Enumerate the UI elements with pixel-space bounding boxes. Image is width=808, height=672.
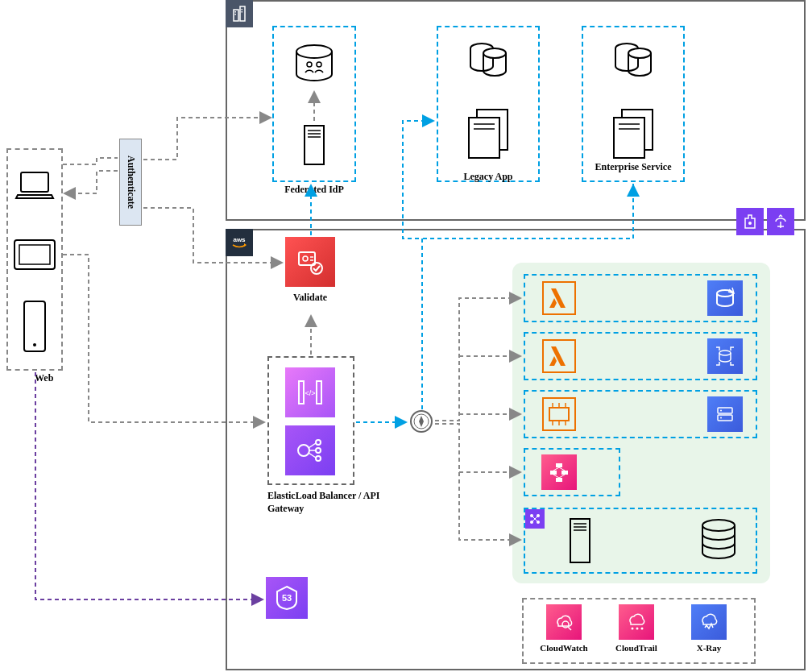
svg-point-32 bbox=[303, 256, 308, 261]
svg-line-71 bbox=[553, 475, 559, 478]
svg-rect-79 bbox=[570, 519, 590, 562]
api-gateway-icon: </> bbox=[285, 367, 335, 417]
elb-icon bbox=[285, 425, 335, 475]
svg-rect-54 bbox=[549, 408, 569, 421]
building-icon bbox=[226, 0, 253, 27]
legacy-app-label: Legacy App bbox=[437, 171, 540, 183]
svg-rect-6 bbox=[240, 6, 245, 21]
ec2-icon bbox=[541, 396, 577, 432]
lambda-icon-2 bbox=[541, 338, 577, 374]
svg-rect-61 bbox=[718, 408, 732, 413]
svg-line-69 bbox=[553, 467, 559, 471]
svg-line-70 bbox=[559, 467, 565, 471]
svg-point-87 bbox=[562, 621, 569, 628]
svg-point-63 bbox=[720, 410, 722, 412]
security-icon-1 bbox=[736, 208, 764, 235]
federated-idp-label: Federated IdP bbox=[272, 184, 356, 196]
route53-icon: 53 bbox=[266, 577, 308, 619]
iam-validate-icon bbox=[285, 237, 335, 287]
web-label: Web bbox=[35, 372, 53, 384]
svg-rect-36 bbox=[299, 381, 304, 404]
svg-rect-10 bbox=[242, 11, 243, 13]
svg-line-88 bbox=[568, 627, 571, 630]
svg-rect-65 bbox=[556, 463, 562, 467]
svg-rect-62 bbox=[718, 415, 732, 421]
svg-rect-8 bbox=[235, 14, 237, 15]
rds-icon bbox=[707, 338, 743, 374]
generic-db-icon bbox=[698, 516, 740, 562]
laptop-icon bbox=[15, 169, 55, 201]
svg-rect-67 bbox=[561, 471, 568, 475]
enterprise-db-icon bbox=[612, 39, 654, 81]
validate-label: Validate bbox=[274, 292, 346, 304]
authenticate-label: Authenticate bbox=[120, 145, 141, 219]
svg-point-35 bbox=[311, 263, 322, 274]
cloudwatch-icon bbox=[546, 604, 582, 640]
svg-point-40 bbox=[316, 440, 321, 445]
elb-gateway-label: ElasticLoad Balancer / API Gateway bbox=[267, 490, 396, 515]
lambda-icon-1 bbox=[541, 280, 577, 316]
svg-point-91 bbox=[641, 628, 644, 630]
svg-rect-7 bbox=[235, 11, 237, 13]
svg-rect-9 bbox=[242, 9, 243, 10]
svg-point-83 bbox=[702, 520, 735, 531]
svg-text:aws: aws bbox=[233, 236, 246, 243]
svg-point-42 bbox=[316, 456, 321, 461]
svg-text:53: 53 bbox=[282, 593, 292, 603]
phone-icon bbox=[21, 298, 48, 355]
security-icon-2 bbox=[767, 208, 794, 235]
svg-point-13 bbox=[317, 62, 321, 67]
xray-icon bbox=[691, 604, 727, 640]
legacy-servers-icon bbox=[462, 105, 514, 161]
svg-rect-14 bbox=[305, 126, 324, 164]
svg-rect-37 bbox=[317, 381, 321, 404]
dynamodb-icon bbox=[707, 280, 743, 316]
cloudtrail-icon bbox=[619, 604, 654, 640]
svg-text:</>: </> bbox=[305, 389, 315, 397]
svg-rect-2 bbox=[19, 245, 50, 264]
svg-line-45 bbox=[309, 453, 316, 458]
svg-point-84 bbox=[748, 222, 752, 225]
generic-server-icon bbox=[566, 516, 595, 566]
svg-point-11 bbox=[296, 45, 332, 58]
svg-point-39 bbox=[298, 445, 309, 456]
aurora-icon bbox=[707, 396, 743, 432]
svg-point-41 bbox=[316, 448, 321, 453]
appmesh-icon bbox=[525, 509, 545, 529]
svg-point-4 bbox=[33, 343, 36, 346]
idp-server-icon bbox=[301, 122, 327, 168]
svg-point-64 bbox=[720, 417, 722, 419]
svg-rect-68 bbox=[556, 478, 562, 482]
cloudwatch-label: CloudWatch bbox=[530, 643, 598, 653]
enterprise-servers-icon bbox=[607, 105, 659, 161]
xray-label: X-Ray bbox=[677, 643, 741, 653]
svg-point-90 bbox=[636, 628, 639, 630]
svg-rect-31 bbox=[299, 252, 315, 265]
svg-line-43 bbox=[309, 443, 316, 448]
svg-point-19 bbox=[483, 48, 506, 58]
svg-point-89 bbox=[632, 628, 634, 630]
enterprise-service-label: Enterprise Service bbox=[582, 161, 685, 173]
svg-rect-0 bbox=[21, 172, 48, 192]
svg-rect-66 bbox=[550, 471, 557, 475]
compass-icon bbox=[409, 409, 433, 433]
users-db-icon bbox=[292, 40, 337, 85]
svg-point-25 bbox=[628, 48, 651, 58]
cloudtrail-label: CloudTrail bbox=[604, 643, 669, 653]
svg-point-52 bbox=[719, 351, 731, 355]
aws-logo-icon: aws bbox=[226, 229, 253, 256]
svg-line-72 bbox=[559, 475, 565, 478]
legacy-db-icon bbox=[467, 39, 509, 81]
stepfunctions-icon bbox=[541, 454, 577, 490]
svg-point-12 bbox=[307, 62, 312, 67]
tablet-icon bbox=[11, 237, 58, 272]
